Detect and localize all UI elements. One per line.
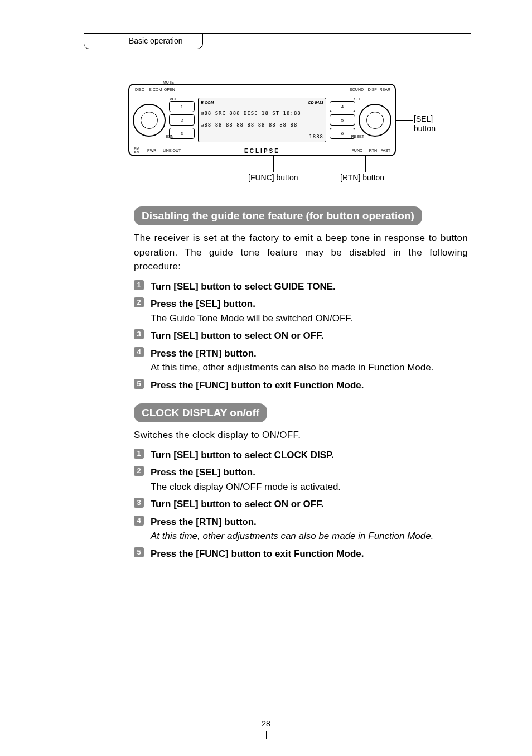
callout-func: [FUNC] button (248, 173, 298, 182)
step-item: Press the [RTN] button. At this time, ot… (134, 346, 468, 375)
segment-row-3: 1888 (201, 134, 323, 139)
section-header: Basic operation (84, 33, 203, 49)
brand-label: ECLIPSE (244, 148, 280, 154)
preset-button-1: 1 (169, 101, 195, 112)
page-number-rule (266, 731, 267, 739)
step-item: Press the [SEL] button. The Guide Tone M… (134, 297, 468, 325)
step-item: Press the [SEL] button. The clock displa… (134, 465, 468, 494)
label-lineout: LINE OUT (163, 148, 181, 152)
device-illustration: MUTE DISC E-COM OPEN VOL ESN FM AM PWR L… (128, 84, 474, 156)
label-ecom: E-COM (149, 88, 162, 92)
lead-line-rtn (365, 155, 366, 172)
step-head: Turn [SEL] button to select ON or OFF. (151, 499, 323, 509)
label-fast: FAST (380, 148, 390, 152)
step-item: Turn [SEL] button to select CLOCK DISP. (134, 448, 468, 463)
label-disc: DISC (135, 88, 144, 92)
intro-clock: Switches the clock display to ON/OFF. (134, 428, 468, 442)
step-head: Press the [SEL] button. (151, 467, 255, 478)
lead-line-func (273, 155, 274, 172)
label-sel: SEL (354, 97, 361, 101)
step-item: Press the [FUNC] button to exit Function… (134, 378, 468, 393)
step-head: Press the [FUNC] button to exit Function… (151, 548, 364, 559)
step-head: Press the [RTN] button. (151, 517, 257, 527)
label-esn: ESN (166, 134, 173, 138)
lead-line-sel (396, 120, 413, 121)
callout-sel: [SEL] button (414, 114, 436, 133)
section-title-clock: CLOCK DISPLAY on/off (134, 403, 267, 422)
label-func: FUNC (352, 148, 362, 152)
step-body: The clock display ON/OFF mode is activat… (151, 480, 468, 494)
callout-rtn: [RTN] button (340, 173, 384, 182)
label-am: AM (134, 150, 140, 154)
label-rear: REAR (380, 88, 390, 92)
step-head: Press the [FUNC] button to exit Function… (151, 380, 364, 391)
preset-button-4: 4 (330, 101, 355, 112)
step-body: At this time, other adjustments can also… (151, 529, 468, 543)
step-head: Turn [SEL] button to select GUIDE TONE. (151, 281, 336, 292)
page-number: 28 (262, 719, 270, 728)
steps-clock: Turn [SEL] button to select CLOCK DISP. … (134, 448, 468, 561)
sel-knob-icon (359, 104, 391, 137)
step-item: Turn [SEL] button to select ON or OFF. (134, 497, 468, 512)
steps-guide-tone: Turn [SEL] button to select GUIDE TONE. … (134, 280, 468, 393)
lcd-display-icon: E-COM CD 5423 ⊞88 SRC 888 DISC 18 ST 18:… (198, 98, 326, 142)
brand-top: E-COM (201, 100, 214, 104)
preset-button-5: 5 (330, 114, 355, 126)
preset-right-column: 4 5 6 (330, 101, 355, 139)
label-vol: VOL (170, 97, 177, 101)
label-pwr: PWR (147, 148, 156, 152)
model-label: CD 5423 (308, 100, 323, 104)
segment-row-2: ⊞88 88 88 88 88 88 88 88 88 (201, 122, 323, 128)
label-rtn: RTN (369, 148, 377, 152)
step-body: The Guide Tone Mode will be switched ON/… (151, 311, 468, 326)
preset-left-column: 1 2 3 (169, 101, 195, 139)
volume-knob-icon (133, 104, 166, 137)
label-disp: DISP (368, 88, 377, 92)
label-mute: MUTE (163, 80, 174, 84)
label-open: OPEN (164, 88, 175, 92)
step-item: Press the [RTN] button. At this time, ot… (134, 515, 468, 543)
step-item: Press the [FUNC] button to exit Function… (134, 547, 468, 561)
label-reset: RESET (351, 134, 364, 138)
step-item: Turn [SEL] button to select GUIDE TONE. (134, 280, 468, 294)
intro-guide-tone: The receiver is set at the factory to em… (134, 231, 468, 274)
step-head: Turn [SEL] button to select ON or OFF. (151, 330, 323, 341)
section-title-guide-tone: Disabling the guide tone feature (for bu… (134, 206, 422, 225)
step-body: At this time, other adjustments can also… (151, 360, 468, 375)
step-head: Press the [SEL] button. (151, 298, 255, 309)
label-sound: SOUND (350, 88, 364, 92)
segment-row-1: ⊞88 SRC 888 DISC 18 ST 18:88 (201, 110, 323, 116)
step-item: Turn [SEL] button to select ON or OFF. (134, 329, 468, 343)
step-head: Press the [RTN] button. (151, 348, 257, 359)
preset-button-2: 2 (169, 114, 195, 126)
step-head: Turn [SEL] button to select CLOCK DISP. (151, 450, 334, 460)
